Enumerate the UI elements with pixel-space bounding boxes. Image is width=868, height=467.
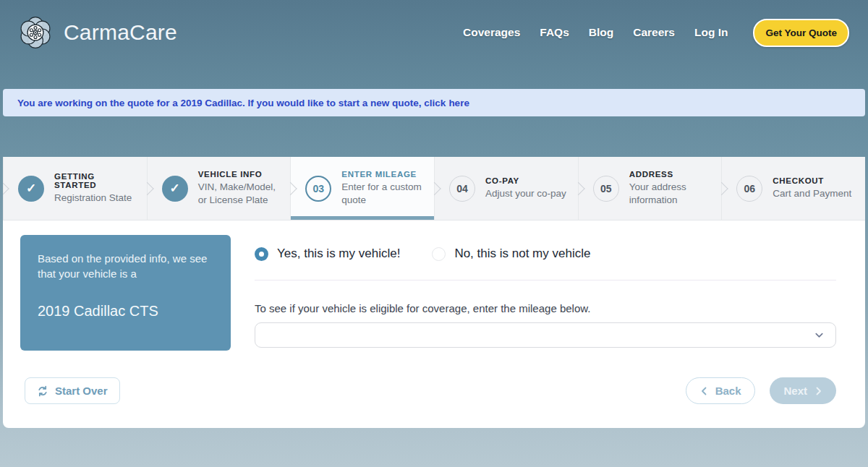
step-subtitle: Your address information <box>629 181 715 207</box>
step-subtitle: Cart and Payment <box>773 187 851 200</box>
brand-logo[interactable]: CarmaCare <box>17 14 177 51</box>
notice-text: You are working on the quote for a 2019 … <box>17 98 446 108</box>
step-title: VEHICLE INFO <box>198 170 284 179</box>
step-number-circle: 05 <box>593 176 619 202</box>
nav-coverages[interactable]: Coverages <box>463 26 520 39</box>
mileage-prompt: To see if your vehicle is eligible for c… <box>255 302 836 314</box>
next-button[interactable]: Next <box>770 377 836 404</box>
step-title: CO-PAY <box>485 176 566 185</box>
top-nav: Coverages FAQs Blog Careers Log In Get Y… <box>463 19 849 47</box>
chevron-left-icon <box>700 387 709 395</box>
nav-blog[interactable]: Blog <box>589 26 613 39</box>
check-icon: ✓ <box>170 181 180 196</box>
step-number: 03 <box>313 183 325 194</box>
step-enter-mileage[interactable]: 03 ENTER MILEAGE Enter for a custom quot… <box>290 157 434 220</box>
step-co-pay[interactable]: 04 CO-PAY Adjust your co-pay <box>434 157 578 220</box>
nav-careers[interactable]: Careers <box>633 26 675 39</box>
start-over-label: Start Over <box>55 385 108 397</box>
back-button[interactable]: Back <box>686 377 756 404</box>
step-number-circle: 06 <box>736 176 762 202</box>
vehicle-summary-intro: Based on the provided info, we see that … <box>38 251 213 281</box>
step-vehicle-info[interactable]: ✓ VEHICLE INFO VIN, Make/Model, or Licen… <box>147 157 291 220</box>
step-complete-circle: ✓ <box>162 176 188 202</box>
actions-bar: Start Over Back Next <box>3 351 865 404</box>
next-label: Next <box>783 385 807 397</box>
step-subtitle: VIN, Make/Model, or License Plate <box>198 181 284 207</box>
step-subtitle: Registration State <box>54 192 140 205</box>
radio-label: No, this is not my vehicle <box>454 247 590 261</box>
step-title: ENTER MILEAGE <box>341 170 427 179</box>
refresh-icon <box>37 385 48 397</box>
radio-selected-icon[interactable] <box>255 247 268 261</box>
brand-name: CarmaCare <box>64 20 177 45</box>
chevron-right-icon <box>814 387 822 395</box>
vehicle-summary-card: Based on the provided info, we see that … <box>20 235 231 351</box>
step-number: 04 <box>456 183 468 194</box>
step-number-circle: 03 <box>305 176 331 202</box>
step-title: ADDRESS <box>629 170 715 179</box>
nav-faqs[interactable]: FAQs <box>540 26 569 39</box>
step-subtitle: Adjust your co-pay <box>485 187 566 200</box>
radio-label: Yes, this is my vehicle! <box>277 247 400 261</box>
step-complete-circle: ✓ <box>18 176 44 202</box>
vehicle-confirm-radio-group: Yes, this is my vehicle! No, this is not… <box>255 235 836 280</box>
step-number: 06 <box>744 183 756 194</box>
step-number-circle: 04 <box>449 176 475 202</box>
radio-yes-my-vehicle[interactable]: Yes, this is my vehicle! <box>255 247 400 261</box>
get-your-quote-button[interactable]: Get Your Quote <box>753 19 849 47</box>
start-over-button[interactable]: Start Over <box>25 377 120 404</box>
radio-unselected-icon[interactable] <box>432 247 446 261</box>
step-address[interactable]: 05 ADDRESS Your address information <box>578 157 722 220</box>
step-subtitle: Enter for a custom quote <box>341 181 427 207</box>
radio-not-my-vehicle[interactable]: No, this is not my vehicle <box>432 247 590 261</box>
step-checkout[interactable]: 06 CHECKOUT Cart and Payment <box>721 157 865 220</box>
chevron-down-icon <box>814 330 825 340</box>
header: CarmaCare Coverages FAQs Blog Careers Lo… <box>0 0 868 65</box>
step-title: CHECKOUT <box>773 176 851 185</box>
start-new-quote-link[interactable]: here <box>448 98 469 108</box>
mileage-step-panel: Based on the provided info, we see that … <box>3 220 865 428</box>
flower-logo-icon <box>17 14 54 51</box>
quote-notice-banner: You are working on the quote for a 2019 … <box>3 89 865 116</box>
mileage-select[interactable] <box>255 322 836 348</box>
section-divider <box>255 280 836 280</box>
step-title: GETTING STARTED <box>54 172 140 189</box>
check-icon: ✓ <box>26 181 36 196</box>
progress-stepper: ✓ GETTING STARTED Registration State ✓ V… <box>3 157 865 220</box>
vehicle-name: 2019 Cadillac CTS <box>38 301 213 321</box>
step-number: 05 <box>600 183 612 194</box>
back-label: Back <box>715 385 741 397</box>
step-getting-started[interactable]: ✓ GETTING STARTED Registration State <box>3 157 147 220</box>
nav-login[interactable]: Log In <box>694 26 728 39</box>
